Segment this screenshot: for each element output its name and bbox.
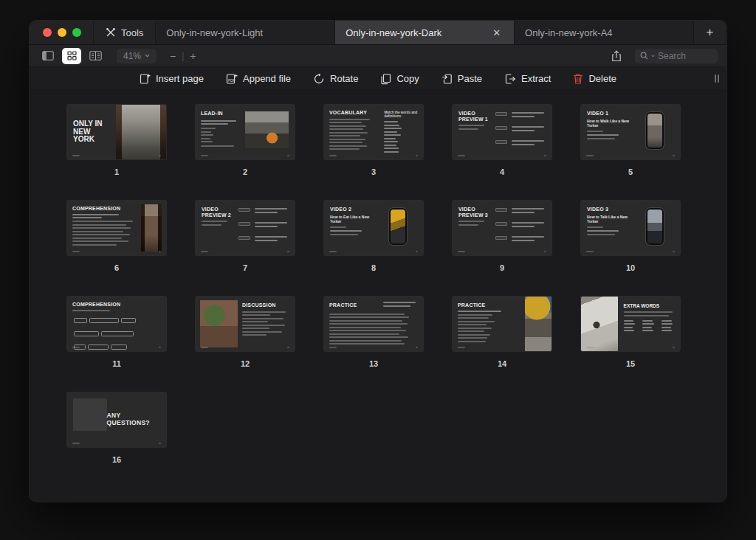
word-grid — [624, 320, 675, 333]
slide-title: VIDEO 3 — [587, 207, 635, 212]
search-icon — [640, 52, 648, 60]
new-tab-button[interactable]: + — [694, 21, 726, 44]
page-thumbnail[interactable]: ANY QUESTIONS? — [67, 392, 166, 447]
page-thumbnail[interactable]: VIDEO PREVIEW 3 — [453, 201, 551, 255]
slide-photo — [245, 111, 289, 148]
page-number: 10 — [581, 263, 680, 272]
slide-logo — [586, 155, 594, 156]
delete-button[interactable]: Delete — [573, 73, 616, 85]
thumbnails-grid-icon[interactable] — [62, 48, 81, 64]
tab-only-in-new-york-dark[interactable]: Only-in-new-york-Dark✕ — [335, 21, 515, 44]
page-cell: VIDEO PREVIEW 1 4 — [453, 105, 581, 176]
search-input[interactable] — [658, 51, 712, 61]
answer-chip — [88, 345, 109, 350]
extract-button[interactable]: Extract — [504, 73, 551, 85]
share-icon[interactable] — [611, 50, 622, 62]
page-thumbnail[interactable]: VIDEO 1 How to Walk Like a New Yorker — [581, 105, 680, 159]
tools-button[interactable]: Tools — [94, 21, 156, 44]
zoom-level-dropdown[interactable]: 41% — [117, 49, 157, 63]
page-thumbnail[interactable]: PRACTICE — [453, 297, 551, 351]
search-field[interactable] — [635, 49, 718, 63]
sidebar-icon[interactable] — [38, 48, 58, 64]
page-cell: COMPREHENSION 6 — [67, 201, 196, 272]
slide-pagenum — [544, 347, 546, 348]
slide-pagenum — [416, 347, 418, 348]
phone-video-preview — [647, 114, 662, 148]
page-cell: VIDEO 3 How to Talk Like a New Yorker 10 — [581, 201, 709, 272]
page-thumbnail[interactable]: PRACTICE — [324, 297, 423, 351]
copy-button[interactable]: Copy — [380, 73, 419, 85]
page-cell: PRACTICE 14 — [453, 297, 581, 368]
slide-logo — [72, 251, 80, 252]
tab-label: Only-in-new-york-Dark — [346, 27, 441, 38]
append-file-button[interactable]: PDFAppend file — [226, 73, 291, 85]
page-cell: ANY QUESTIONS? 16 — [67, 392, 196, 464]
page-thumbnail[interactable]: COMPREHENSION — [67, 201, 166, 255]
page-thumbnail[interactable]: VIDEO PREVIEW 1 — [453, 105, 551, 159]
page-thumbnail[interactable]: VIDEO PREVIEW 2 — [196, 201, 295, 255]
page-thumbnail[interactable]: VIDEO 2 How to Eat Like a New Yorker — [324, 201, 423, 255]
page-thumbnail[interactable]: COMPREHENSION — [67, 297, 166, 351]
zoom-window-button[interactable] — [72, 28, 81, 37]
phone-mockup — [646, 112, 664, 149]
paste-icon — [441, 73, 453, 85]
tab-close-icon[interactable]: ✕ — [489, 26, 504, 40]
tab-bar: Tools Only-in-new-york-LightOnly-in-new-… — [30, 21, 726, 45]
page-thumbnail[interactable]: EXTRA WORDS — [581, 297, 680, 351]
slide-pagenum — [673, 251, 675, 252]
page-cell: DISCUSSION 12 — [196, 297, 324, 368]
page-actions-toolbar: Insert pagePDFAppend fileRotateCopyPaste… — [30, 67, 726, 91]
page-cell: VIDEO PREVIEW 3 9 — [453, 201, 581, 272]
zoom-controls: − | + — [170, 50, 196, 62]
page-cell: VIDEO 1 How to Walk Like a New Yorker 5 — [581, 105, 709, 176]
slide-logo — [201, 347, 208, 348]
slide-title: VIDEO PREVIEW 3 — [458, 207, 491, 218]
insert-page-icon — [140, 73, 151, 85]
action-label: Delete — [588, 73, 616, 84]
toolbar-handle-icon[interactable] — [715, 75, 719, 83]
slide-logo — [201, 251, 208, 252]
preview-number-pill — [495, 112, 507, 116]
insert-page-button[interactable]: Insert page — [140, 73, 204, 85]
slide-subtitle: How to Talk Like a New Yorker — [587, 215, 635, 224]
slide-subtitle: How to Walk Like a New Yorker — [587, 119, 635, 128]
slide-logo — [458, 155, 465, 156]
extract-icon — [504, 73, 516, 85]
slide-pagenum — [416, 251, 418, 252]
rotate-button[interactable]: Rotate — [313, 73, 358, 85]
append-file-icon: PDF — [226, 73, 238, 85]
paste-button[interactable]: Paste — [441, 73, 482, 85]
page-number: 2 — [196, 167, 295, 176]
page-cell: COMPREHENSION 11 — [67, 297, 196, 368]
preview-number-pill — [238, 236, 250, 240]
zoom-in-button[interactable]: + — [190, 50, 196, 62]
preview-number-pill — [238, 208, 250, 212]
page-thumbnail[interactable]: ONLY IN NEW YORK — [67, 105, 166, 159]
search-options-chevron-icon — [651, 55, 655, 58]
page-thumbnail[interactable]: LEAD-IN — [196, 105, 295, 159]
tab-only-in-new-york-light[interactable]: Only-in-new-york-Light — [156, 21, 335, 44]
phone-mockup — [646, 208, 664, 245]
page-thumbnail[interactable]: DISCUSSION — [196, 297, 295, 351]
page-thumbnail[interactable]: VIDEO 3 How to Talk Like a New Yorker — [581, 201, 680, 255]
zoom-out-button[interactable]: − — [170, 50, 176, 62]
chevron-down-icon — [145, 54, 150, 58]
slide-subtitle: How to Eat Like a New Yorker — [330, 215, 378, 224]
preview-number-pill — [495, 236, 507, 240]
slide-logo — [329, 251, 337, 252]
page-number: 11 — [67, 359, 166, 368]
page-thumbnail[interactable]: VOCABULARY Match the words and definitio… — [324, 105, 423, 159]
slide-title: ANY QUESTIONS? — [107, 412, 162, 426]
slide-pagenum — [159, 155, 161, 156]
slide-pagenum — [287, 251, 289, 252]
tab-only-in-new-york-a4[interactable]: Only-in-new-york-A4 — [515, 21, 694, 44]
reading-view-icon[interactable] — [86, 48, 105, 64]
slide-logo — [458, 251, 465, 252]
slide-title: VIDEO 2 — [330, 207, 378, 212]
minimize-window-button[interactable] — [58, 28, 66, 37]
page-cell: EXTRA WORDS 15 — [581, 297, 709, 368]
slide-pagenum — [544, 251, 546, 252]
main-toolbar: 41% − | + — [30, 45, 726, 67]
preview-number-pill — [495, 140, 507, 144]
close-window-button[interactable] — [43, 28, 52, 37]
